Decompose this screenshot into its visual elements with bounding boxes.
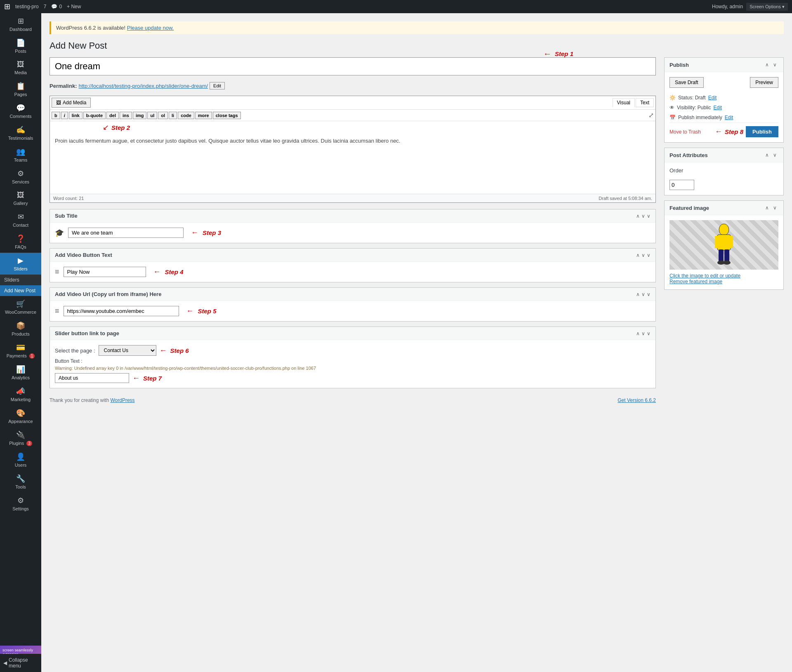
sidebar-item-contact[interactable]: ✉ Contact [0, 209, 41, 231]
move-to-trash-link[interactable]: Move to Trash [669, 129, 701, 135]
format-ins[interactable]: ins [120, 112, 132, 119]
featured-image-up[interactable]: ∧ [764, 204, 771, 211]
preview-button[interactable]: Preview [750, 77, 778, 88]
slider-button-close[interactable]: ∨ [647, 331, 651, 336]
video-button-metabox-content: ≡ ← Step 4 [50, 262, 655, 282]
sidebar-item-woocommerce[interactable]: 🛒 WooCommerce [0, 296, 41, 318]
format-more[interactable]: more [195, 112, 212, 119]
status-edit-link[interactable]: Edit [708, 93, 717, 103]
video-url-close[interactable]: ∨ [647, 291, 651, 297]
publish-panel-up[interactable]: ∧ [764, 61, 771, 68]
site-name[interactable]: testing-pro [15, 4, 39, 9]
collapse-menu[interactable]: ◀ Collapse menu [0, 654, 41, 672]
video-button-up[interactable]: ∧ [636, 252, 640, 258]
sidebar-item-dashboard[interactable]: ⊞ Dashboard [0, 13, 41, 35]
video-button-metabox-header[interactable]: Add Video Button Text ∧ ∨ ∨ [50, 249, 655, 262]
submenu-sliders[interactable]: Sliders [0, 275, 41, 285]
sidebar-item-gallery[interactable]: 🖼 Gallery [0, 188, 41, 209]
payments-icon: 💳 [16, 343, 25, 352]
admin-bar: ⊞ testing-pro 7 💬 0 + New Howdy, admin S… [0, 0, 792, 13]
sidebar-item-payments[interactable]: 💳 Payments 1 [0, 340, 41, 362]
video-url-down[interactable]: ∨ [641, 291, 645, 297]
video-button-down[interactable]: ∨ [641, 252, 645, 258]
expand-editor-button[interactable]: ⤢ [648, 111, 654, 119]
collapse-menu-button[interactable]: ◀ Collapse menu [3, 657, 38, 669]
button-text-input[interactable] [55, 373, 129, 383]
sidebar-item-settings[interactable]: ⚙ Settings [0, 493, 41, 515]
sidebar-item-plugins[interactable]: 🔌 Plugins 3 [0, 427, 41, 449]
publish-button[interactable]: Publish [746, 126, 778, 137]
format-bquote[interactable]: b-quote [83, 112, 106, 119]
video-button-input[interactable] [64, 267, 146, 277]
sidebar-item-marketing[interactable]: 📣 Marketing [0, 383, 41, 405]
sidebar-item-teams[interactable]: 👥 Teams [0, 144, 41, 166]
sidebar-item-analytics[interactable]: 📊 Analytics [0, 362, 41, 383]
footer-wordpress-link[interactable]: WordPress [110, 397, 134, 403]
contact-icon: ✉ [18, 212, 24, 221]
slider-button-metabox-header[interactable]: Slider button link to page ∧ ∨ ∨ [50, 327, 655, 340]
screen-options-button[interactable]: Screen Options ▾ [746, 3, 788, 11]
format-ol[interactable]: ol [158, 112, 168, 119]
post-attributes-controls: ∧ ∨ [764, 151, 778, 159]
tab-text[interactable]: Text [636, 98, 654, 107]
format-img[interactable]: img [133, 112, 147, 119]
new-post-button[interactable]: + New [67, 4, 81, 9]
sidebar-item-testimonials[interactable]: ✍ Testimonials [0, 122, 41, 144]
format-ul[interactable]: ul [147, 112, 157, 119]
update-notice-link[interactable]: Please update now. [127, 25, 174, 31]
permalink-edit-button[interactable]: Edit [210, 82, 225, 89]
sidebar-item-tools[interactable]: 🔧 Tools [0, 471, 41, 493]
sidebar-item-sliders[interactable]: ▶ Sliders [0, 253, 41, 275]
save-draft-button[interactable]: Save Draft [669, 77, 704, 88]
format-italic[interactable]: i [61, 112, 68, 119]
featured-image-down[interactable]: ∨ [771, 204, 778, 211]
sidebar-item-appearance[interactable]: 🎨 Appearance [0, 405, 41, 427]
format-li[interactable]: li [169, 112, 177, 119]
page-select[interactable]: Contact Us Home About Us Services Produc… [99, 345, 156, 356]
sidebar-item-faqs[interactable]: ❓ FAQs [0, 231, 41, 253]
add-media-button[interactable]: 🖼 Add Media [52, 98, 91, 108]
post-title-input[interactable] [50, 57, 656, 75]
sidebar-item-posts[interactable]: 📄 Posts [0, 35, 41, 57]
subtitle-collapse-up[interactable]: ∧ [636, 213, 640, 219]
video-url-input[interactable] [64, 306, 179, 316]
editor-content[interactable]: Proin iaculis fermentum augue, et consec… [50, 132, 655, 194]
format-close-tags[interactable]: close tags [213, 112, 241, 119]
sidebar-item-media[interactable]: 🖼 Media [0, 57, 41, 78]
order-input[interactable] [669, 180, 694, 190]
comments-icon[interactable]: 💬 0 [51, 4, 62, 9]
format-code[interactable]: code [178, 112, 194, 119]
slider-button-down[interactable]: ∨ [641, 331, 645, 336]
visibility-edit-link[interactable]: Edit [713, 103, 722, 113]
permalink-url[interactable]: http://localhost/testing-pro/index.php/s… [78, 83, 208, 89]
footer-get-version-link[interactable]: Get Version 6.6.2 [618, 397, 656, 403]
video-url-metabox-header[interactable]: Add Video Url (Copy url from iframe) Her… [50, 288, 655, 301]
subtitle-collapse-down[interactable]: ∨ [641, 213, 645, 219]
featured-image-thumbnail[interactable] [669, 220, 778, 270]
format-bold[interactable]: b [52, 112, 60, 119]
remove-image-link[interactable]: Remove featured image [669, 279, 778, 284]
updates-icon[interactable]: 7 [44, 4, 47, 9]
edit-image-link[interactable]: Click the image to edit or update [669, 273, 778, 279]
tab-visual[interactable]: Visual [613, 98, 635, 107]
publish-time-edit-link[interactable]: Edit [725, 113, 733, 122]
video-button-close[interactable]: ∨ [647, 252, 651, 258]
publish-panel-down[interactable]: ∨ [771, 61, 778, 68]
sidebar-item-products[interactable]: 📦 Products [0, 318, 41, 340]
format-del[interactable]: del [106, 112, 119, 119]
subtitle-close[interactable]: ∨ [647, 213, 651, 219]
sidebar-item-pages[interactable]: 📋 Pages [0, 78, 41, 100]
video-url-up[interactable]: ∧ [636, 291, 640, 297]
subtitle-metabox-header[interactable]: Sub Title ∧ ∨ ∨ [50, 209, 655, 223]
attributes-down[interactable]: ∨ [771, 151, 778, 159]
submenu-add-new-post[interactable]: Add New Post [0, 285, 41, 296]
sidebar-item-services[interactable]: ⚙ Services [0, 166, 41, 188]
step3-label: Step 3 [203, 229, 221, 236]
attributes-up[interactable]: ∧ [764, 151, 771, 159]
publish-time-text: Publish immediately [678, 113, 722, 122]
sidebar-item-comments[interactable]: 💬 Comments [0, 100, 41, 122]
format-link[interactable]: link [69, 112, 82, 119]
subtitle-input[interactable] [68, 228, 184, 238]
sidebar-item-users[interactable]: 👤 Users [0, 449, 41, 471]
slider-button-up[interactable]: ∧ [636, 331, 640, 336]
